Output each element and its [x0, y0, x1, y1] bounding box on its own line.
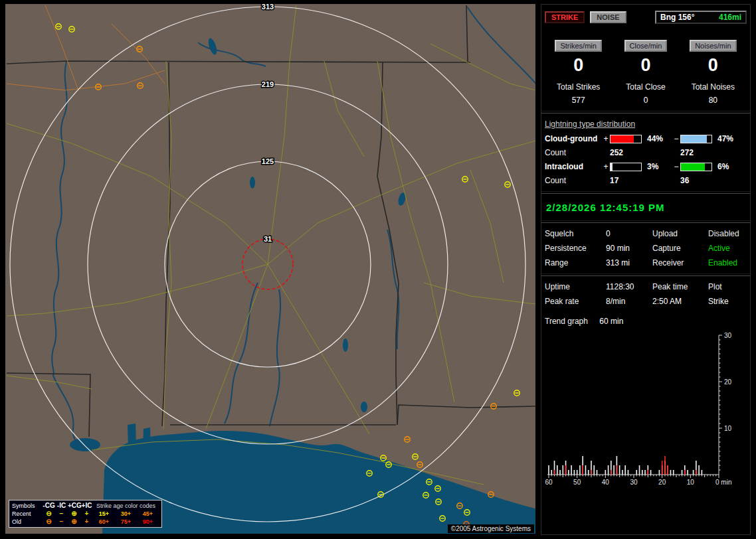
datetime-display: 2/28/2026 12:45:19 PM: [545, 200, 747, 214]
total-strikes: Total Strikes 577: [545, 82, 612, 105]
intracloud-row: Intracloud + 3% − 6%: [545, 162, 747, 171]
total-noises-label: Total Noises: [680, 82, 747, 92]
recent-pos-cg-icon: ⊕: [68, 510, 80, 518]
peak-time-value: 2:50 AM: [652, 297, 708, 306]
noises-per-min: Noises/min 0: [680, 40, 747, 76]
minus-sign: −: [672, 134, 680, 143]
old-neg-cg-icon: ⊖: [43, 518, 55, 526]
map-legend: Symbols -CG -IC +CG +IC Strike age color…: [9, 500, 162, 528]
svg-text:219: 219: [262, 80, 274, 88]
svg-text:20: 20: [658, 479, 666, 486]
strikes-per-min-value: 0: [545, 55, 612, 76]
legend-recent-label: Recent: [12, 510, 43, 518]
total-close: Total Close 0: [612, 82, 679, 105]
svg-text:40: 40: [602, 479, 610, 486]
squelch-label: Squelch: [545, 229, 606, 238]
upload-label: Upload: [652, 229, 708, 238]
trend-graph-label: Trend graph: [545, 317, 588, 326]
cg-plus-bar: [610, 135, 642, 143]
age-code-15: 15+: [93, 510, 115, 518]
age-code-60: 60+: [93, 518, 115, 526]
svg-text:31: 31: [264, 235, 272, 243]
ic-minus-pct: 6%: [715, 162, 743, 171]
ic-plus-count: 17: [610, 176, 672, 185]
recent-neg-ic-icon: −: [55, 510, 68, 518]
age-code-90: 90+: [137, 518, 159, 526]
total-strikes-value: 577: [545, 96, 612, 105]
close-per-min-button[interactable]: Close/min: [624, 40, 668, 52]
trend-window-value: 60 min: [599, 317, 623, 326]
bearing-label: Bng 156°: [660, 13, 694, 22]
legend-symbols-header: Symbols: [12, 502, 43, 510]
status-panel: STRIKE NOISE Bng 156° 416mi Strikes/min …: [541, 4, 751, 535]
totals-row: Total Strikes 577 Total Close 0 Total No…: [545, 82, 747, 105]
divider: [541, 273, 750, 276]
uptime-value: 1128:30: [606, 282, 652, 291]
legend-age-header: Strike age color codes: [93, 502, 159, 510]
map-canvas: 31321912531: [5, 4, 535, 534]
peak-time-label: Peak time: [652, 282, 708, 291]
strike-button[interactable]: STRIKE: [545, 11, 585, 23]
trend-graph-header: Trend graph 60 min: [545, 317, 747, 326]
status-grid: Squelch 0 Upload Disabled Persistence 90…: [545, 229, 747, 268]
divider: [541, 111, 750, 114]
peak-rate-label: Peak rate: [545, 297, 606, 306]
cg-minus-bar: [680, 135, 712, 143]
legend-old-label: Old: [12, 518, 43, 526]
svg-text:30: 30: [724, 332, 732, 339]
distribution-title: Lightning type distribution: [545, 119, 747, 129]
plus-sign: +: [602, 162, 610, 171]
legend-col-pos-cg: +CG: [68, 502, 80, 510]
strikes-per-min-button[interactable]: Strikes/min: [555, 40, 601, 52]
persistence-value: 90 min: [606, 244, 652, 253]
peak-rate-value: 8/min: [606, 297, 652, 306]
uptime-label: Uptime: [545, 282, 606, 291]
close-per-min: Close/min 0: [612, 40, 679, 76]
noises-per-min-button[interactable]: Noises/min: [690, 40, 736, 52]
recent-pos-ic-icon: +: [80, 510, 93, 518]
ic-minus-bar: [680, 163, 712, 171]
count-label: Count: [545, 148, 602, 157]
toolbar: STRIKE NOISE Bng 156° 416mi: [545, 11, 747, 24]
cloud-ground-count-row: Count 252 272: [545, 148, 747, 157]
bearing-distance: 416mi: [719, 13, 741, 22]
lightning-map[interactable]: 31321912531 Symbols -CG -IC +CG +IC Stri…: [5, 4, 535, 534]
age-code-45: 45+: [137, 510, 159, 518]
svg-text:125: 125: [262, 157, 274, 165]
svg-text:60: 60: [545, 479, 553, 486]
cg-plus-pct: 44%: [644, 134, 672, 143]
intracloud-label: Intracloud: [545, 162, 602, 171]
age-code-30: 30+: [115, 510, 137, 518]
squelch-value: 0: [606, 229, 652, 238]
cg-minus-count: 272: [680, 148, 743, 157]
ic-minus-count: 36: [680, 176, 743, 185]
range-value: 313 mi: [606, 258, 652, 268]
receiver-label: Receiver: [652, 258, 708, 268]
legend-header-row: Symbols -CG -IC +CG +IC Strike age color…: [12, 502, 159, 510]
minus-sign: −: [672, 162, 680, 171]
svg-text:10: 10: [687, 479, 695, 486]
legend-col-pos-ic: +IC: [80, 502, 93, 510]
svg-text:313: 313: [262, 4, 274, 11]
total-noises: Total Noises 80: [680, 82, 747, 105]
legend-col-neg-ic: -IC: [55, 502, 68, 510]
stats-grid: Uptime 1128:30 Peak time Plot Peak rate …: [545, 282, 747, 306]
close-per-min-value: 0: [612, 55, 679, 76]
strikes-per-min: Strikes/min 0: [545, 40, 612, 76]
divider: [541, 191, 750, 194]
cg-plus-count: 252: [610, 148, 672, 157]
total-close-label: Total Close: [612, 82, 679, 92]
nexstorm-window: 31321912531 Symbols -CG -IC +CG +IC Stri…: [0, 0, 756, 539]
bearing-display[interactable]: Bng 156° 416mi: [655, 11, 747, 24]
noise-button[interactable]: NOISE: [590, 11, 626, 23]
copyright-notice: ©2005 Astrogenic Systems: [448, 524, 534, 533]
noises-per-min-value: 0: [680, 55, 747, 76]
ic-plus-bar: [610, 163, 642, 171]
plot-value: Strike: [708, 297, 747, 306]
receiver-value: Enabled: [708, 258, 747, 268]
rates-row: Strikes/min 0 Close/min 0 Noises/min 0: [545, 40, 747, 76]
legend-col-neg-cg: -CG: [43, 502, 55, 510]
old-pos-cg-icon: ⊕: [68, 518, 80, 526]
svg-text:0 min: 0 min: [715, 479, 731, 486]
cg-minus-pct: 47%: [715, 134, 743, 143]
